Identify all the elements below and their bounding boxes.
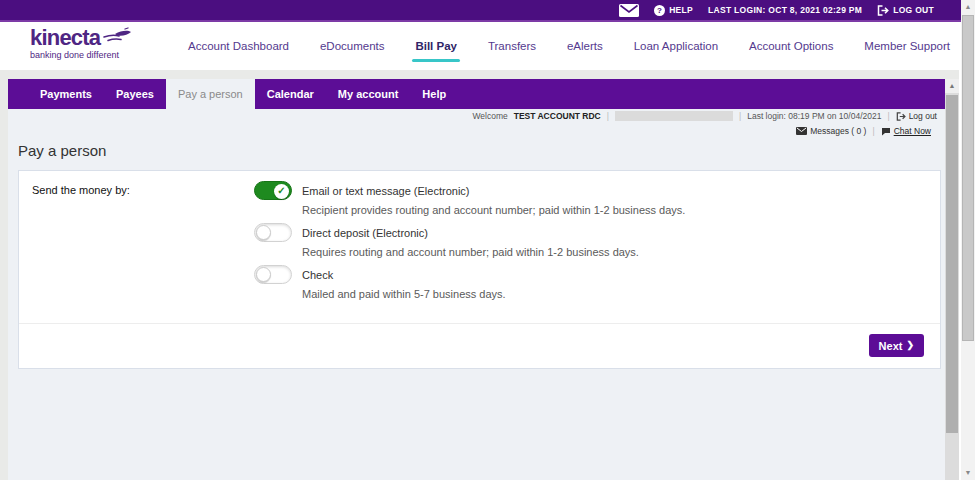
separator: | — [607, 111, 609, 121]
card-footer-divider — [19, 323, 940, 324]
next-button[interactable]: Next ❯ — [869, 334, 924, 357]
chat-now-link[interactable]: Chat Now — [881, 126, 931, 136]
toggle-knob: ✓ — [274, 184, 289, 199]
help-icon: ? — [654, 5, 665, 16]
scroll-down-button[interactable]: ▼ — [961, 466, 975, 480]
page-title: Pay a person — [18, 142, 106, 159]
messages-chat-bar: Messages ( 0 ) | Chat Now — [796, 126, 931, 136]
tab-pay-a-person[interactable]: Pay a person — [166, 79, 255, 109]
messages-envelope-icon — [796, 127, 807, 135]
logo-tagline: banking done different — [30, 50, 132, 60]
nav-member-support[interactable]: Member Support — [864, 40, 950, 52]
tab-my-account[interactable]: My account — [326, 79, 411, 109]
redacted-account-info — [615, 111, 733, 121]
inner-scroll-up-button[interactable]: ▲ — [945, 79, 959, 93]
separator: | — [887, 111, 889, 121]
inner-scrollbar-thumb[interactable] — [946, 95, 958, 433]
toggle-email-text[interactable]: ✓ — [254, 181, 292, 200]
option-email-text: ✓ Email or text message (Electronic) Rec… — [254, 181, 685, 217]
nav-transfers[interactable]: Transfers — [488, 40, 536, 52]
last-login-text: LAST LOGIN: OCT 8, 2021 02:29 PM — [708, 5, 862, 15]
nav-account-options[interactable]: Account Options — [749, 40, 833, 52]
toggle-knob: ✓ — [256, 267, 271, 282]
browser-scrollbar-thumb[interactable] — [962, 15, 974, 341]
logout-icon — [896, 112, 906, 121]
session-logout-link[interactable]: Log out — [896, 111, 937, 121]
billpay-content-area: Welcome TEST ACCOUNT RDC | | Last login:… — [8, 109, 945, 480]
kinecta-logo[interactable]: kinecta banking done different — [30, 27, 132, 60]
option-check: ✓ Check Mailed and paid within 5-7 busin… — [254, 265, 685, 301]
messages-link[interactable]: Messages ( 0 ) — [796, 126, 866, 136]
help-button[interactable]: ? HELP — [654, 5, 693, 16]
logout-label: LOG OUT — [893, 5, 934, 15]
tab-help[interactable]: Help — [410, 79, 458, 109]
session-logout-label: Log out — [909, 111, 937, 121]
arrow-up-icon: ▲ — [949, 82, 956, 89]
nav-edocuments[interactable]: eDocuments — [320, 40, 385, 52]
pay-a-person-card: Send the money by: ✓ Email or text messa… — [18, 170, 941, 369]
separator: | — [739, 111, 741, 121]
messages-label: Messages ( 0 ) — [810, 126, 866, 136]
inner-scrollbar[interactable]: ▲ — [945, 79, 959, 480]
chevron-right-icon: ❯ — [906, 341, 914, 350]
last-login-text: Last login: 08:19 PM on 10/04/2021 — [747, 111, 881, 121]
browser-scrollbar[interactable]: ▲ ▼ — [961, 0, 975, 480]
tab-payees[interactable]: Payees — [104, 79, 166, 109]
option-description: Requires routing and account number; pai… — [302, 245, 685, 259]
last-login-status: LAST LOGIN: OCT 8, 2021 02:29 PM — [708, 5, 862, 15]
tab-calendar[interactable]: Calendar — [255, 79, 326, 109]
option-description: Mailed and paid within 5-7 business days… — [302, 287, 685, 301]
top-utility-bar: ? HELP LAST LOGIN: OCT 8, 2021 02:29 PM … — [0, 0, 961, 22]
toggle-direct-deposit[interactable]: ✓ — [254, 223, 292, 242]
tab-payments[interactable]: Payments — [28, 79, 104, 109]
nav-ealerts[interactable]: eAlerts — [567, 40, 603, 52]
option-description: Recipient provides routing and account n… — [302, 203, 685, 217]
help-label: HELP — [669, 5, 693, 15]
envelope-icon — [619, 4, 639, 17]
option-label: Email or text message (Electronic) — [302, 185, 470, 197]
logout-button[interactable]: LOG OUT — [877, 5, 934, 16]
chat-now-label: Chat Now — [894, 126, 931, 136]
arrow-down-icon: ▼ — [965, 469, 972, 476]
separator: | — [872, 126, 874, 136]
site-header: kinecta banking done different Account D… — [0, 22, 961, 70]
option-direct-deposit: ✓ Direct deposit (Electronic) Requires r… — [254, 223, 685, 259]
toggle-knob: ✓ — [256, 225, 271, 240]
logout-icon — [877, 5, 889, 16]
session-bar: Welcome TEST ACCOUNT RDC | | Last login:… — [472, 111, 937, 121]
option-label: Direct deposit (Electronic) — [302, 227, 428, 239]
send-money-by-label: Send the money by: — [32, 184, 130, 196]
check-icon: ✓ — [277, 186, 285, 196]
payment-method-options: ✓ Email or text message (Electronic) Rec… — [254, 181, 685, 307]
account-name: TEST ACCOUNT RDC — [514, 111, 601, 121]
nav-bill-pay[interactable]: Bill Pay — [415, 40, 457, 52]
option-label: Check — [302, 269, 333, 281]
nav-loan-application[interactable]: Loan Application — [634, 40, 718, 52]
main-navigation: Account Dashboard eDocuments Bill Pay Tr… — [188, 22, 950, 70]
welcome-label: Welcome — [472, 111, 507, 121]
toggle-check[interactable]: ✓ — [254, 265, 292, 284]
logo-wordmark: kinecta — [30, 27, 100, 49]
arrow-up-icon: ▲ — [965, 3, 972, 10]
chat-bubble-icon — [881, 127, 891, 136]
billpay-subnav: Payments Payees Pay a person Calendar My… — [8, 79, 945, 109]
scroll-up-button[interactable]: ▲ — [961, 0, 975, 14]
nav-account-dashboard[interactable]: Account Dashboard — [188, 40, 289, 52]
mail-icon-button[interactable] — [619, 4, 639, 17]
next-button-label: Next — [879, 340, 903, 352]
kinecta-swoosh-icon — [102, 27, 132, 45]
